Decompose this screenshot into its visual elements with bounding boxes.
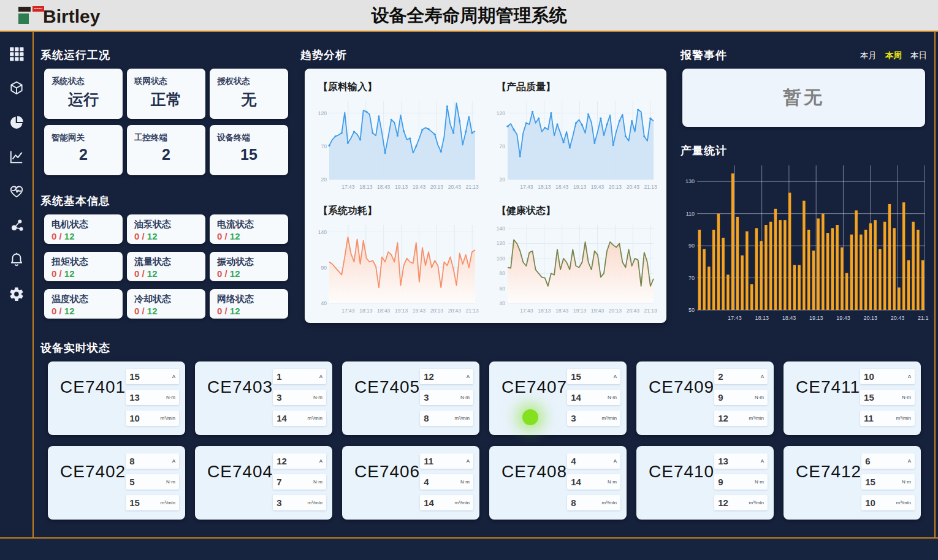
device-metric-row: 14 N·m <box>567 474 620 490</box>
device-metric-unit: N·m <box>166 479 175 485</box>
device-card-CE7406[interactable]: CE7406 11 A 4 N·m 14 m³/min <box>342 446 479 520</box>
svg-text:20: 20 <box>321 176 327 183</box>
gear-icon[interactable] <box>8 286 25 302</box>
device-metric-value: 10 <box>129 413 140 423</box>
svg-text:18:43: 18:43 <box>377 184 391 190</box>
info-card-label: 电流状态 <box>210 214 288 230</box>
device-name: CE7408 <box>489 446 567 520</box>
section-title-devices: 设备实时状态 <box>40 341 110 355</box>
grid-icon[interactable] <box>8 45 25 62</box>
info-card-8: 网络状态 0 / 12 <box>210 289 288 319</box>
device-metric-value: 11 <box>864 413 874 423</box>
svg-text:60: 60 <box>500 285 506 291</box>
trend-chart-product-quality: 17:4318:1318:4319:1319:4320:1320:4321:13… <box>492 95 658 193</box>
device-metric-value: 3 <box>276 498 281 508</box>
device-metric-value: 15 <box>571 371 581 382</box>
molecule-icon[interactable] <box>8 217 25 233</box>
trend-cell-product-quality: 【产品质量】17:4318:1318:4319:1319:4320:1320:4… <box>486 72 664 196</box>
cube-icon[interactable] <box>8 80 25 96</box>
alarm-tab-本周[interactable]: 本周 <box>885 50 902 61</box>
device-metric-unit: N·m <box>166 395 175 400</box>
status-card-label: 工控终端 <box>127 125 205 143</box>
device-metric-row: 8 m³/min <box>420 411 473 426</box>
device-metric-value: 8 <box>424 413 429 423</box>
device-metric-value: 2 <box>718 371 723 382</box>
svg-text:20:13: 20:13 <box>863 315 877 321</box>
pie-chart-icon[interactable] <box>8 114 25 131</box>
info-card-1: 油泵状态 0 / 12 <box>127 214 205 244</box>
device-card-CE7403[interactable]: CE7403 1 A 3 N·m 14 m³/min <box>195 361 332 435</box>
device-name: CE7412 <box>784 446 861 520</box>
trend-chart-raw-input: 17:4318:1318:4319:1319:4320:1320:4321:13… <box>313 95 480 193</box>
info-card-0: 电机状态 0 / 12 <box>44 214 123 244</box>
svg-text:21:13: 21:13 <box>918 315 929 321</box>
device-metric-row: 15 N·m <box>860 390 915 405</box>
device-card-CE7412[interactable]: CE7412 6 A 15 N·m 10 m³/min <box>784 446 921 520</box>
device-metric-row: 14 m³/min <box>273 411 326 426</box>
info-card-count: 0 / 12 <box>44 268 123 279</box>
svg-text:19:43: 19:43 <box>591 308 604 314</box>
svg-text:20:43: 20:43 <box>448 308 462 314</box>
device-metric-unit: m³/min <box>161 415 175 421</box>
info-card-label: 扭矩状态 <box>44 252 123 268</box>
frame-line-top <box>0 31 938 32</box>
alarm-tab-本日[interactable]: 本日 <box>910 50 927 61</box>
device-card-CE7402[interactable]: CE7402 8 A 5 N·m 15 m³/min <box>48 446 185 520</box>
device-metric-value: 15 <box>865 477 875 487</box>
device-metric-value: 14 <box>276 413 287 423</box>
device-metric-row: 12 A <box>273 453 326 469</box>
info-card-4: 流量状态 0 / 12 <box>127 252 205 281</box>
device-metric-row: 3 m³/min <box>273 495 326 510</box>
device-metric-value: 3 <box>571 413 576 423</box>
device-name: CE7410 <box>636 446 714 520</box>
device-metrics: 12 A 3 N·m 8 m³/min <box>420 361 479 435</box>
device-metric-row: 11 m³/min <box>860 411 915 426</box>
svg-text:21:13: 21:13 <box>644 308 658 314</box>
device-card-CE7411[interactable]: CE7411 10 A 15 N·m 11 m³/min <box>784 361 921 435</box>
device-metric-value: 14 <box>424 498 434 508</box>
status-card-label: 设备终端 <box>210 125 288 143</box>
device-metric-value: 8 <box>571 498 576 508</box>
device-metric-row: 15 A <box>126 369 179 384</box>
device-metrics: 10 A 15 N·m 11 m³/min <box>860 361 921 435</box>
svg-text:90: 90 <box>688 243 695 249</box>
device-metric-row: 5 N·m <box>126 474 179 490</box>
info-card-label: 电机状态 <box>44 214 123 230</box>
svg-text:100: 100 <box>497 255 505 261</box>
svg-text:70: 70 <box>688 275 695 281</box>
device-card-CE7401[interactable]: CE7401 15 A 13 N·m 10 m³/min <box>48 361 185 435</box>
device-card-CE7404[interactable]: CE7404 12 A 7 N·m 3 m³/min <box>195 446 332 520</box>
trend-cell-raw-input: 【原料输入】17:4318:1318:4319:1319:4320:1320:4… <box>307 72 486 196</box>
device-card-CE7408[interactable]: CE7408 4 A 14 N·m 8 m³/min <box>489 446 627 520</box>
status-card-value: 2 <box>127 146 205 164</box>
device-card-CE7407[interactable]: CE7407 15 A 14 N·m 3 m³/min <box>489 361 627 435</box>
device-metric-unit: m³/min <box>455 500 470 505</box>
status-card-value: 无 <box>210 89 288 110</box>
svg-text:20:13: 20:13 <box>430 308 444 314</box>
device-card-CE7410[interactable]: CE7410 13 A 9 N·m 12 m³/min <box>636 446 774 520</box>
device-card-CE7409[interactable]: CE7409 2 A 9 N·m 12 m³/min <box>636 361 774 435</box>
device-metric-value: 10 <box>864 371 874 382</box>
device-metric-value: 13 <box>129 392 140 403</box>
device-metric-row: 7 N·m <box>273 474 326 490</box>
device-metric-row: 4 N·m <box>420 474 473 490</box>
device-metric-value: 9 <box>718 477 723 487</box>
svg-text:110: 110 <box>686 211 695 217</box>
device-metric-value: 10 <box>865 498 875 508</box>
device-metric-unit: m³/min <box>602 500 617 505</box>
info-card-count: 0 / 12 <box>210 268 288 279</box>
health-pulse-icon[interactable] <box>8 183 25 199</box>
device-metric-unit: A <box>761 374 764 379</box>
device-card-CE7405[interactable]: CE7405 12 A 3 N·m 8 m³/min <box>342 361 479 435</box>
device-metric-unit: N·m <box>608 479 617 485</box>
device-metric-value: 12 <box>276 456 287 466</box>
info-card-label: 振动状态 <box>210 252 288 268</box>
bell-icon[interactable] <box>8 251 25 268</box>
info-card-label: 冷却状态 <box>127 289 205 305</box>
page-title: 设备全寿命周期管理系统 <box>0 0 938 31</box>
device-metric-value: 1 <box>276 371 281 382</box>
trend-chart-title: 【健康状态】 <box>492 201 660 219</box>
line-chart-icon[interactable] <box>8 148 25 165</box>
device-running-indicator <box>522 409 538 425</box>
alarm-tab-本月[interactable]: 本月 <box>860 50 877 61</box>
